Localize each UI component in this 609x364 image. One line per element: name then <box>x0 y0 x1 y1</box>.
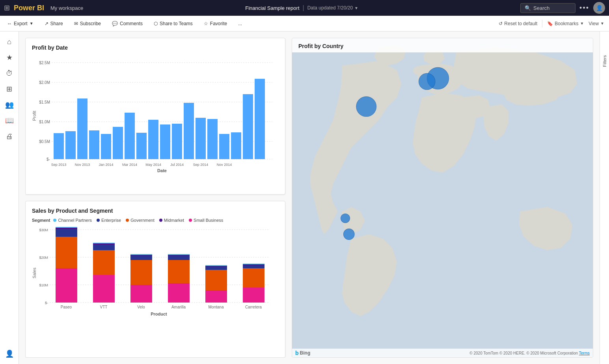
svg-text:Mar 2014: Mar 2014 <box>122 163 137 167</box>
favorite-icon: ☆ <box>204 21 208 26</box>
sales-by-product-title: Sales by Product and Segment <box>32 208 279 214</box>
svg-rect-29 <box>255 79 265 159</box>
sidebar-item-shared[interactable]: 👥 <box>2 98 17 112</box>
sidebar-item-apps[interactable]: ⊞ <box>2 82 17 96</box>
svg-rect-12 <box>54 133 64 159</box>
sidebar-item-recent[interactable]: ⏱ <box>2 66 17 80</box>
view-button[interactable]: View ▼ <box>589 21 604 26</box>
svg-rect-63 <box>168 283 190 303</box>
favorite-button[interactable]: ☆ Favorite <box>201 19 229 28</box>
toolbar-separator <box>542 20 542 28</box>
main-layout: ⌂ ★ ⏱ ⊞ 👥 📖 🖨 👤 Profit by Date Profit <box>0 32 609 364</box>
comments-button[interactable]: 💬 Comments <box>110 19 145 28</box>
svg-rect-62 <box>130 254 152 255</box>
svg-rect-59 <box>130 260 152 285</box>
more-toolbar-button[interactable]: ... <box>236 19 244 28</box>
profit-by-country-panel: Profit by Country <box>292 38 593 358</box>
svg-text:VTT: VTT <box>100 305 108 309</box>
svg-rect-72 <box>205 265 227 266</box>
svg-rect-57 <box>93 243 115 243</box>
svg-rect-49 <box>56 237 77 268</box>
svg-text:Jul 2014: Jul 2014 <box>170 163 184 167</box>
top-bar-center: Financial Sample report | Data updated 7… <box>87 4 516 11</box>
svg-text:Paseo: Paseo <box>61 305 72 309</box>
svg-text:$20M: $20M <box>39 256 48 260</box>
svg-rect-20 <box>148 120 158 159</box>
svg-rect-15 <box>89 130 99 159</box>
data-updated: Data updated 7/20/20 ▼ <box>307 5 358 11</box>
svg-rect-67 <box>168 254 190 255</box>
report-title: Financial Sample report <box>245 5 299 11</box>
svg-text:$2.5M: $2.5M <box>39 61 50 65</box>
svg-text:$30M: $30M <box>39 228 48 232</box>
map-bubble-mexico[interactable] <box>341 214 350 223</box>
reset-default-button[interactable]: ↺ Reset to default <box>499 21 537 26</box>
subscribe-button[interactable]: ✉ Subscribe <box>72 19 103 28</box>
terms-link[interactable]: Terms <box>579 351 590 355</box>
svg-rect-55 <box>93 245 115 250</box>
left-charts-column: Profit by Date Profit $2.5M $2.0M $1.5M … <box>25 38 285 358</box>
svg-rect-56 <box>93 243 115 245</box>
svg-text:$1.0M: $1.0M <box>39 120 50 124</box>
share-teams-button[interactable]: ⬡ Share to Teams <box>151 19 195 28</box>
svg-rect-68 <box>205 290 227 303</box>
svg-rect-22 <box>172 124 182 159</box>
right-panel: Filters <box>600 32 609 364</box>
teams-icon: ⬡ <box>154 21 158 26</box>
profit-by-country-title: Profit by Country <box>292 38 593 52</box>
comments-icon: 💬 <box>112 21 118 26</box>
profit-by-date-panel: Profit by Date Profit $2.5M $2.0M $1.5M … <box>25 38 285 195</box>
powerbi-logo: Power BI <box>14 4 44 12</box>
sidebar-item-profile[interactable]: 👤 <box>2 347 17 361</box>
sidebar-item-home[interactable]: ⌂ <box>2 35 17 49</box>
svg-rect-58 <box>130 285 152 303</box>
svg-rect-64 <box>168 260 190 283</box>
search-box[interactable]: 🔍 Search <box>520 3 575 13</box>
bookmark-icon: 🔖 <box>547 21 553 26</box>
grid-icon[interactable]: ⊞ <box>4 4 10 12</box>
search-icon: 🔍 <box>525 5 531 11</box>
svg-text:Sep 2014: Sep 2014 <box>193 163 209 167</box>
svg-text:Jan 2014: Jan 2014 <box>99 163 113 167</box>
filters-label: Filters <box>602 55 607 67</box>
top-bar: ⊞ Power BI My workspace Financial Sample… <box>0 0 609 16</box>
svg-rect-74 <box>243 268 264 288</box>
sidebar-item-learn[interactable]: 📖 <box>2 113 17 128</box>
workspace-label[interactable]: My workspace <box>50 5 83 11</box>
map-bubble-france[interactable] <box>419 73 435 90</box>
map-bottom-bar: b Bing © 2020 TomTom © 2020 HERE. © 2020… <box>292 349 593 357</box>
svg-rect-73 <box>243 288 264 303</box>
map-bubble-canada[interactable] <box>356 97 376 117</box>
svg-rect-21 <box>160 124 170 159</box>
svg-rect-13 <box>65 131 76 159</box>
export-button[interactable]: ↔ Export ▼ <box>5 19 36 28</box>
svg-text:Montana: Montana <box>209 305 224 309</box>
svg-rect-52 <box>56 227 77 228</box>
svg-rect-75 <box>243 266 264 268</box>
bookmarks-button[interactable]: 🔖 Bookmarks ▼ <box>547 21 584 26</box>
user-avatar[interactable]: 👤 <box>593 2 605 14</box>
svg-rect-26 <box>219 134 229 159</box>
sales-by-product-panel: Sales by Product and Segment Segment Cha… <box>25 201 285 358</box>
filters-toggle[interactable]: Filters <box>602 55 607 67</box>
svg-text:May 2014: May 2014 <box>145 163 161 167</box>
profit-by-date-title: Profit by Date <box>32 45 279 51</box>
sidebar-item-favorites[interactable]: ★ <box>2 50 17 65</box>
svg-rect-53 <box>93 275 115 303</box>
world-map[interactable]: b Bing © 2020 TomTom © 2020 HERE. © 2020… <box>292 38 593 357</box>
map-bubble-central-america[interactable] <box>343 229 354 240</box>
svg-rect-77 <box>243 264 264 264</box>
map-copyright: © 2020 TomTom © 2020 HERE. © 2020 Micros… <box>469 351 590 355</box>
toolbar: ↔ Export ▼ ↗ Share ✉ Subscribe 💬 Comment… <box>0 16 609 32</box>
more-options-button[interactable]: ••• <box>579 4 589 12</box>
bing-logo: b Bing <box>295 350 310 356</box>
svg-rect-17 <box>113 127 123 159</box>
sidebar-item-workspaces[interactable]: 🖨 <box>2 129 17 143</box>
svg-text:Nov 2014: Nov 2014 <box>217 163 232 167</box>
legend-midmarket: Midmarket <box>159 218 184 223</box>
svg-rect-23 <box>184 103 194 159</box>
svg-text:Sales: Sales <box>32 267 37 279</box>
share-button[interactable]: ↗ Share <box>42 19 65 28</box>
svg-text:$0.5M: $0.5M <box>39 139 50 144</box>
segment-label: Segment <box>32 218 50 223</box>
